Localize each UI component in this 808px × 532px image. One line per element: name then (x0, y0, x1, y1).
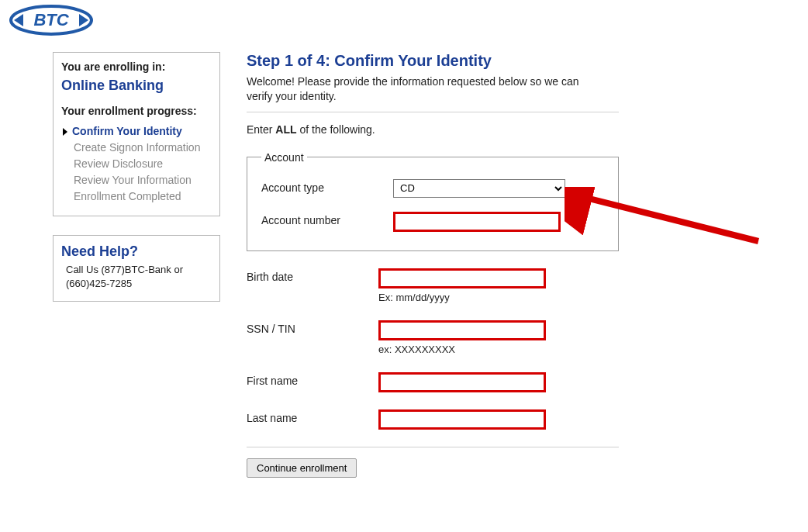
account-type-label: Account type (261, 179, 393, 194)
btc-logo: BTC (5, 2, 98, 41)
birth-date-label: Birth date (247, 268, 378, 283)
divider (247, 112, 619, 112)
first-name-label: First name (247, 372, 378, 387)
step-review-disclosure: Review Disclosure (61, 156, 212, 172)
ssn-hint: ex: XXXXXXXXX (378, 344, 619, 355)
ssn-label: SSN / TIN (247, 320, 378, 335)
account-fieldset: Account Account type CD Account number (247, 151, 619, 251)
help-body: Call Us (877)BTC-Bank or (660)425-7285 (61, 263, 212, 290)
step-review-info: Review Your Information (61, 172, 212, 188)
progress-steps: Confirm Your Identity Create Signon Info… (61, 123, 212, 205)
last-name-input[interactable] (378, 409, 546, 430)
page-title: Step 1 of 4: Confirm Your Identity (247, 52, 619, 70)
help-title: Need Help? (61, 244, 212, 260)
step-complete: Enrollment Completed (61, 188, 212, 205)
account-number-input[interactable] (393, 212, 561, 232)
logo-text: BTC (33, 10, 69, 29)
svg-marker-1 (14, 14, 23, 26)
main-form: Step 1 of 4: Confirm Your Identity Welco… (247, 52, 619, 478)
step-create-signon: Create Signon Information (61, 140, 212, 156)
progress-label: Your enrollment progress: (61, 105, 212, 117)
continue-enrollment-button[interactable]: Continue enrollment (247, 458, 357, 478)
account-legend: Account (261, 151, 307, 164)
sidebar: You are enrolling in: Online Banking You… (53, 52, 220, 320)
step-confirm-identity: Confirm Your Identity (61, 123, 212, 140)
birth-date-hint: Ex: mm/dd/yyyy (378, 292, 619, 303)
account-type-select[interactable]: CD (393, 179, 565, 198)
enrollment-panel: You are enrolling in: Online Banking You… (53, 52, 220, 216)
intro-text: Welcome! Please provide the information … (247, 74, 619, 104)
product-title: Online Banking (61, 78, 212, 94)
last-name-label: Last name (247, 409, 378, 424)
enrolling-label: You are enrolling in: (61, 60, 212, 73)
first-name-input[interactable] (378, 372, 546, 392)
enter-instruction: Enter ALL of the following. (247, 123, 619, 136)
account-number-label: Account number (261, 212, 393, 226)
ssn-input[interactable] (378, 320, 546, 340)
help-panel: Need Help? Call Us (877)BTC-Bank or (660… (53, 235, 220, 302)
svg-marker-2 (79, 14, 88, 26)
divider (247, 447, 619, 447)
birth-date-input[interactable] (378, 268, 546, 288)
